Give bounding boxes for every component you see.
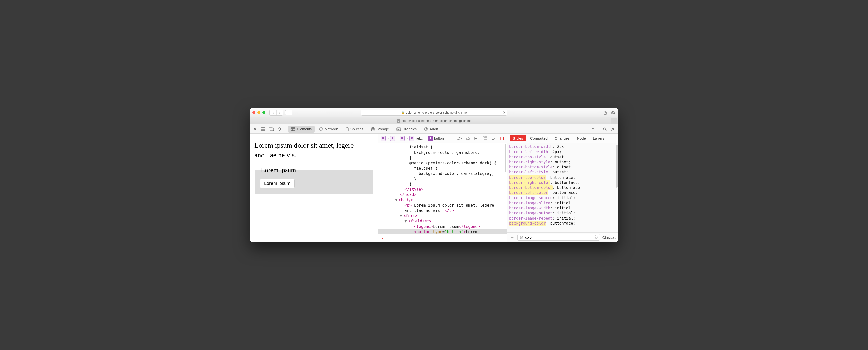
styles-tab-changes[interactable]: Changes [552,135,573,141]
styles-tab-layers[interactable]: Layers [590,135,607,141]
style-property-name: border-right-color [509,180,550,185]
paint-icon[interactable] [491,136,496,141]
force-state-icon[interactable] [474,136,479,141]
back-button[interactable]: ‹ [270,110,276,115]
console-bar[interactable]: › [378,234,507,242]
style-property-row[interactable]: border-bottom-width: 2px; [509,144,616,149]
style-property-name: border-image-source [509,196,553,200]
styles-tab-computed[interactable]: Computed [527,135,551,141]
tab-audit[interactable]: Audit [421,125,441,133]
tab-storage[interactable]: Storage [368,125,392,133]
details-sidebar-icon[interactable] [499,136,505,141]
styles-scrollbar[interactable] [616,145,618,187]
svg-rect-31 [467,137,469,138]
style-property-name: border-top-color [509,175,546,180]
style-property-row[interactable]: border-right-style: outset; [509,159,616,165]
style-property-row[interactable]: border-bottom-style: outset; [509,165,616,170]
tab-sources[interactable]: Sources [342,125,366,133]
minimize-window-icon[interactable] [257,111,260,114]
style-property-row[interactable]: border-image-slice: initial; [509,201,616,206]
share-icon[interactable] [603,110,608,115]
tabs-overview-icon[interactable] [611,110,616,115]
crumb-button[interactable]: Ebutton [428,136,444,141]
style-property-name: border-image-slice [509,201,550,205]
target-icon[interactable] [276,126,283,132]
dock-side-icon[interactable] [268,126,275,132]
style-property-row[interactable]: border-top-color: buttonface; [509,175,616,180]
styles-tab-styles[interactable]: Styles [510,135,526,141]
svg-line-27 [614,127,614,128]
classes-toggle[interactable]: Classes [602,235,616,240]
dock-bottom-icon[interactable] [260,126,267,132]
styles-list[interactable]: border-bottom-width: 2px;border-left-wid… [507,143,618,233]
svg-point-14 [371,127,374,128]
sidebar-toggle-icon[interactable] [285,110,292,115]
dom-selected-node[interactable]: <button type="button">Lorem [378,229,507,234]
page-button[interactable]: Lorem ipsum [260,178,295,188]
svg-line-25 [611,127,612,128]
style-property-row[interactable]: border-bottom-color: buttonface; [509,185,616,190]
dom-pane: E› E› E› Efiel…› Ebutton fieldset { [378,134,507,242]
svg-rect-10 [291,127,295,130]
svg-rect-0 [287,111,290,114]
styles-tab-node[interactable]: Node [574,135,589,141]
ruler-icon[interactable] [457,136,462,141]
crumb-fieldset[interactable]: Efiel…› [409,136,428,141]
svg-point-20 [612,128,614,130]
style-property-row[interactable]: border-top-style: outset; [509,154,616,159]
style-property-row[interactable]: border-left-style: outset; [509,170,616,175]
dom-toolbar [457,136,505,141]
style-property-value: outset [550,155,564,159]
svg-rect-5 [261,127,265,130]
crumb-body[interactable]: E› [390,136,399,141]
caret-icon[interactable]: ▼ [395,198,399,203]
search-icon[interactable] [601,126,608,132]
tab-favicon: C [397,119,400,123]
print-icon[interactable] [465,136,471,141]
caret-icon[interactable]: ▼ [404,219,408,224]
new-rule-button[interactable]: ＋ [510,234,515,241]
address-bar[interactable]: 🔒 color-scheme-prefers-color-scheme.glit… [361,110,507,116]
style-property-row[interactable]: border-left-width: 2px; [509,149,616,154]
dom-tree[interactable]: fieldset { background-color: gainsboro; … [378,143,507,234]
tab-graphics[interactable]: Graphics [393,125,420,133]
styles-filter-input[interactable] [525,235,592,240]
crumb-html[interactable]: E› [380,136,390,141]
tab-storage-label: Storage [376,127,389,131]
tab-elements[interactable]: Elements [288,125,315,133]
style-property-value: buttonface [555,180,578,185]
grid-icon[interactable] [482,136,488,141]
rendered-page: Lorem ipsum dolor sit amet, legere ancil… [250,134,378,242]
styles-pane: Styles Computed Changes Node Layers bord… [507,134,618,242]
svg-line-26 [614,130,614,130]
style-property-row[interactable]: border-image-width: initial; [509,206,616,211]
close-window-icon[interactable] [252,111,255,114]
style-property-row[interactable]: border-right-color: buttonface; [509,180,616,185]
zoom-window-icon[interactable] [262,111,266,114]
style-property-row[interactable]: background-color: buttonface; [509,221,616,226]
style-property-row[interactable]: border-left-color: buttonface; [509,190,616,195]
style-property-row[interactable]: border-image-repeat: initial; [509,216,616,221]
close-inspector-icon[interactable] [252,126,258,132]
overflow-icon[interactable]: » [591,126,596,132]
dom-scrollbar[interactable] [505,144,506,172]
style-property-row[interactable]: border-image-outset: initial; [509,211,616,216]
forward-button[interactable]: › [276,110,283,115]
style-property-name: border-image-outset [509,211,553,215]
style-property-value: initial [557,216,573,221]
inspector-toolbar: Elements Network Sources Storage Graphic… [250,124,618,134]
titlebar-actions [603,110,616,115]
dom-breadcrumbs: E› E› E› Efiel…› Ebutton [378,134,507,143]
style-property-value: 2px [553,149,559,154]
nav-back-forward: ‹ › [270,110,283,116]
caret-icon[interactable]: ▼ [400,213,403,219]
tab-network[interactable]: Network [316,125,341,133]
style-property-row[interactable]: border-image-source: initial; [509,196,616,201]
tab-title[interactable]: https://color-scheme-prefers-color-schem… [402,119,472,123]
new-tab-button[interactable]: + [611,118,617,124]
gear-icon[interactable] [610,126,616,132]
clear-filter-icon[interactable]: ⓧ [594,235,597,240]
crumb-form[interactable]: E› [400,136,409,141]
svg-rect-30 [466,138,469,139]
reload-icon[interactable]: ⟳ [503,111,505,114]
